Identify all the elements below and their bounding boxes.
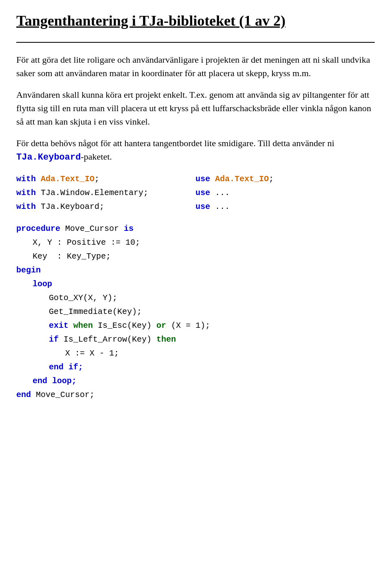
with-keyword-1: with: [16, 174, 36, 184]
keyboard-package-name: TJa.Keyboard: [16, 152, 81, 162]
procedure-block: procedure Move_Cursor is X, Y : Positive…: [16, 222, 375, 402]
intro-paragraph-3-suffix: -paketet.: [81, 151, 112, 162]
or-keyword: or: [156, 321, 166, 330]
with-space-3: TJa.Keyboard;: [36, 202, 104, 211]
when-keyword-1: when: [73, 321, 93, 330]
proc-line-12: end loop;: [16, 374, 375, 388]
intro-paragraph-1: För att göra det lite roligare och använ…: [16, 53, 375, 80]
use-semicolon-1: ;: [269, 174, 274, 184]
then-keyword: then: [156, 335, 176, 344]
intro-paragraph-2: Användaren skall kunna köra ert projekt …: [16, 88, 375, 128]
proc-line-1: procedure Move_Cursor is: [16, 222, 375, 236]
is-keyword: is: [124, 224, 134, 233]
proc-line-8: exit when Is_Esc(Key) or (X = 1);: [16, 319, 375, 333]
proc-line-6: Goto_XY(X, Y);: [16, 291, 375, 305]
with-space-2: TJa.Window.Elementary;: [36, 188, 148, 197]
use-keyword-2: use: [196, 188, 210, 197]
use-keyword-1: use: [196, 174, 210, 184]
proc-line-9: if Is_Left_Arrow(Key) then: [16, 333, 375, 347]
title-divider: [16, 42, 375, 43]
use-space-1: [210, 174, 215, 184]
proc-line-4: begin: [16, 263, 375, 277]
semicolon-1: ;: [94, 174, 99, 184]
code-with-block: with Ada.Text_IO; use Ada.Text_IO; with …: [16, 172, 375, 214]
with-keyword-2: with: [16, 188, 36, 197]
intro-paragraph-3-text: För detta behövs något för att hantera t…: [16, 138, 334, 148]
keyboard-package-intro: För detta behövs något för att hantera t…: [16, 136, 375, 164]
procedure-keyword: procedure: [16, 224, 60, 233]
with-space-1: [36, 174, 41, 184]
use-keyword-3: use: [196, 202, 210, 211]
use-space-3: ...: [210, 202, 230, 211]
proc-line-2: X, Y : Positive := 10;: [16, 236, 375, 250]
end-keyword: end: [16, 390, 31, 399]
proc-line-5: loop: [16, 277, 375, 291]
with-line-2: with TJa.Window.Elementary; use ...: [16, 186, 375, 200]
proc-line-7: Get_Immediate(Key);: [16, 305, 375, 319]
end-loop-keyword: end loop;: [33, 376, 77, 386]
with-line-3: with TJa.Keyboard; use ...: [16, 200, 375, 214]
page-title: Tangenthantering i TJa-biblioteket (1 av…: [16, 12, 375, 30]
end-if-keyword: end if;: [49, 362, 83, 372]
ada-text-io-use-1: Ada.Text_IO: [215, 174, 269, 184]
begin-keyword: begin: [16, 265, 41, 275]
proc-line-10: X := X - 1;: [16, 347, 375, 360]
use-space-2: ...: [210, 188, 230, 197]
loop-keyword: loop: [33, 279, 52, 289]
if-keyword: if: [49, 335, 59, 344]
with-keyword-3: with: [16, 202, 36, 211]
proc-line-3: Key : Key_Type;: [16, 250, 375, 263]
ada-text-io-ident-1: Ada.Text_IO: [41, 174, 94, 184]
proc-line-13: end Move_Cursor;: [16, 388, 375, 402]
with-statements-table: with Ada.Text_IO; use Ada.Text_IO; with …: [16, 172, 375, 214]
exit-keyword: exit: [49, 321, 68, 330]
with-line-1: with Ada.Text_IO; use Ada.Text_IO;: [16, 172, 375, 186]
proc-line-11: end if;: [16, 360, 375, 374]
